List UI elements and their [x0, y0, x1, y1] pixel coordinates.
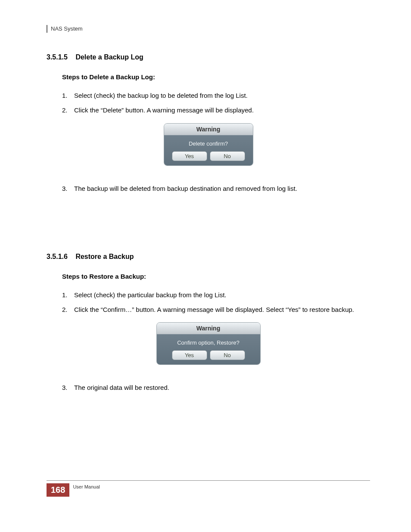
section-heading-restore: 3.5.1.6 Restore a Backup [47, 253, 370, 261]
dialog-title: Warning [164, 124, 253, 135]
page-header: NAS System [47, 25, 370, 33]
subheading-delete-steps: Steps to Delete a Backup Log: [62, 73, 370, 81]
dialog-body: Confirm option, Restore? Yes No [157, 334, 260, 364]
step-marker: 2. [62, 304, 74, 315]
footer-inner: 168 User Manual [47, 483, 370, 497]
steps-list-restore: 1. Select (check) the particular backup … [62, 289, 370, 316]
dialog-button-row: Yes No [168, 151, 249, 161]
footer-label: User Manual [73, 483, 100, 497]
step-item: 1. Select (check) the particular backup … [62, 289, 370, 301]
step-marker: 1. [62, 289, 74, 301]
section-spacer [47, 201, 370, 253]
dialog-message: Delete confirm? [168, 140, 249, 147]
dialog-button-row: Yes No [160, 350, 257, 360]
section-title: Delete a Backup Log [75, 53, 143, 61]
step-item: 2. Click the “Confirm…” button. A warnin… [62, 304, 370, 315]
header-title: NAS System [51, 25, 83, 32]
no-button[interactable]: No [210, 151, 245, 161]
steps-list-restore-cont: 3. The original data will be restored. [62, 382, 370, 393]
section-title: Restore a Backup [75, 253, 134, 260]
step-text: The backup will be deleted from backup d… [74, 183, 297, 194]
step-marker: 1. [62, 90, 74, 101]
step-marker: 2. [62, 105, 74, 116]
dialog-body: Delete confirm? Yes No [164, 135, 253, 165]
step-marker: 3. [62, 382, 74, 393]
step-item: 1. Select (check) the backup log to be d… [62, 90, 370, 101]
yes-button[interactable]: Yes [172, 350, 207, 360]
dialog-message: Confirm option, Restore? [160, 339, 257, 346]
dialog-container-restore: Warning Confirm option, Restore? Yes No [47, 322, 370, 365]
steps-list-delete-cont: 3. The backup will be deleted from backu… [62, 183, 370, 194]
dialog-container-delete: Warning Delete confirm? Yes No [47, 123, 370, 166]
step-text: Select (check) the backup log to be dele… [74, 90, 248, 101]
steps-list-delete: 1. Select (check) the backup log to be d… [62, 90, 370, 116]
step-item: 3. The original data will be restored. [62, 382, 370, 393]
step-text: Select (check) the particular backup fro… [74, 289, 227, 301]
step-item: 2. Click the “Delete” button. A warning … [62, 105, 370, 116]
section-number: 3.5.1.6 [47, 253, 68, 260]
step-text: The original data will be restored. [74, 382, 169, 393]
step-text: Click the “Confirm…” button. A warning m… [74, 304, 354, 315]
step-item: 3. The backup will be deleted from backu… [62, 183, 370, 194]
yes-button[interactable]: Yes [172, 151, 207, 161]
no-button[interactable]: No [210, 350, 245, 360]
step-text: Click the “Delete” button. A warning mes… [74, 105, 254, 116]
section-number: 3.5.1.5 [47, 53, 68, 61]
section-heading-delete: 3.5.1.5 Delete a Backup Log [47, 53, 370, 61]
document-page: NAS System 3.5.1.5 Delete a Backup Log S… [0, 0, 411, 532]
warning-dialog-restore: Warning Confirm option, Restore? Yes No [156, 322, 261, 365]
subheading-restore-steps: Steps to Restore a Backup: [62, 273, 370, 280]
step-marker: 3. [62, 183, 74, 194]
page-footer: 168 User Manual [47, 480, 370, 497]
warning-dialog-delete: Warning Delete confirm? Yes No [164, 123, 253, 166]
dialog-title: Warning [157, 323, 260, 334]
page-number: 168 [47, 483, 69, 497]
